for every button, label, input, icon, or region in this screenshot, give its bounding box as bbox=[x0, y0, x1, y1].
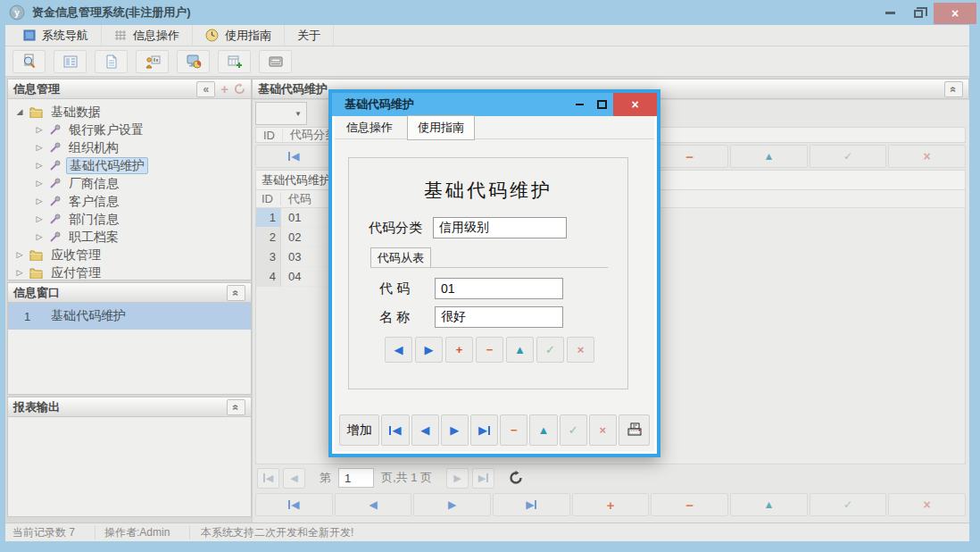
document-button[interactable] bbox=[95, 50, 128, 73]
tree-item-customer-info[interactable]: ▷ 客户信息 bbox=[8, 192, 251, 210]
tree-item-label: 组织机构 bbox=[66, 140, 121, 155]
tree-container: ◢ 基础数据 ▷ 银行账户设置 ▷ bbox=[7, 99, 252, 280]
edit-record-button[interactable]: ▲ bbox=[730, 493, 808, 516]
minus-icon: − bbox=[511, 423, 518, 437]
first-record-button[interactable]: ◀ bbox=[255, 145, 333, 168]
next-record-button[interactable]: ▶ bbox=[441, 414, 469, 446]
category-combobox[interactable]: ▼ bbox=[255, 102, 307, 125]
tree-collapsed-icon[interactable]: ▷ bbox=[35, 232, 44, 241]
monitor-button[interactable] bbox=[177, 50, 210, 73]
minimize-button[interactable] bbox=[876, 3, 903, 24]
open-window-item[interactable]: 1 基础代码维护 bbox=[8, 303, 251, 330]
tree-item-payables[interactable]: ▷ 应付管理 bbox=[8, 263, 251, 280]
refresh-icon[interactable] bbox=[509, 471, 523, 485]
tree-collapsed-icon[interactable]: ▷ bbox=[35, 197, 44, 205]
post-record-button[interactable]: ✓ bbox=[560, 414, 587, 446]
tab-info-ops[interactable]: 信息操作 bbox=[336, 116, 403, 139]
tree-collapsed-icon[interactable]: ▷ bbox=[35, 179, 44, 188]
tree-item-base-data[interactable]: ◢ 基础数据 bbox=[8, 103, 251, 121]
last-record-button[interactable]: ▶ bbox=[493, 493, 570, 516]
page-prev-button[interactable]: ◀ bbox=[283, 468, 305, 489]
delete-record-button[interactable]: − bbox=[651, 493, 728, 516]
table-add-button[interactable] bbox=[218, 50, 251, 73]
detail-col-id: ID bbox=[256, 192, 281, 205]
tree-item-vendor-info[interactable]: ▷ 厂商信息 bbox=[8, 174, 251, 192]
dialog-maximize-button[interactable] bbox=[591, 94, 613, 116]
prev-record-button[interactable]: ◀ bbox=[335, 493, 412, 516]
tool-icon bbox=[49, 124, 61, 136]
tab-user-guide[interactable]: 使用指南 bbox=[407, 115, 475, 140]
refresh-panel-icon[interactable] bbox=[234, 83, 245, 95]
cancel-record-button[interactable]: × bbox=[888, 493, 966, 516]
edit-record-button[interactable]: ▲ bbox=[730, 145, 808, 168]
tree-item-base-code-maintenance[interactable]: ▷ 基础代码维护 bbox=[8, 156, 251, 174]
collapse-up-button[interactable]: « bbox=[944, 81, 963, 97]
tree-collapsed-icon[interactable]: ▷ bbox=[35, 214, 44, 223]
first-record-button[interactable]: ◀ bbox=[255, 493, 333, 516]
print-preview-button[interactable] bbox=[12, 50, 46, 73]
page-last-button[interactable]: ▶ bbox=[472, 468, 494, 489]
tree-collapsed-icon[interactable]: ▷ bbox=[15, 250, 24, 259]
user-report-button[interactable] bbox=[136, 50, 169, 73]
tree-collapsed-icon[interactable]: ▷ bbox=[35, 143, 44, 152]
post-record-button[interactable]: ✓ bbox=[810, 493, 887, 516]
menu-user-guide[interactable]: 使用指南 bbox=[193, 25, 285, 46]
close-icon: × bbox=[631, 97, 638, 112]
tree-collapsed-icon[interactable]: ▷ bbox=[15, 268, 24, 277]
tree-item-employee-files[interactable]: ▷ 职工档案 bbox=[8, 228, 251, 246]
edit-record-button[interactable]: ▲ bbox=[529, 414, 557, 446]
tree-item-department-info[interactable]: ▷ 部门信息 bbox=[8, 210, 251, 228]
subtab-code-detail[interactable]: 代码从表 bbox=[370, 247, 431, 268]
dialog-minimize-button[interactable] bbox=[569, 94, 591, 116]
category-input[interactable] bbox=[433, 217, 567, 238]
insert-record-button[interactable]: + bbox=[445, 337, 473, 363]
tree-expanded-icon[interactable]: ◢ bbox=[15, 107, 24, 116]
tree-collapsed-icon[interactable]: ▷ bbox=[35, 125, 44, 134]
collapse-up-button[interactable]: « bbox=[227, 399, 245, 415]
minimize-icon bbox=[576, 104, 584, 105]
first-record-button[interactable]: ◀ bbox=[381, 414, 409, 446]
cardfile-button[interactable] bbox=[259, 50, 292, 73]
add-panel-icon[interactable]: + bbox=[220, 82, 228, 96]
insert-record-button[interactable]: + bbox=[572, 493, 650, 516]
post-record-button[interactable]: ✓ bbox=[536, 337, 564, 363]
cancel-record-button[interactable]: × bbox=[888, 145, 966, 168]
collapse-left-button[interactable]: « bbox=[196, 81, 215, 97]
minus-icon: − bbox=[685, 149, 693, 164]
page-first-button[interactable]: ◀ bbox=[257, 468, 279, 489]
collapse-up-button[interactable]: « bbox=[227, 285, 245, 301]
data-list-button[interactable] bbox=[54, 50, 87, 73]
code-field-row: 代 码 bbox=[379, 278, 563, 299]
tree-item-receivables[interactable]: ▷ 应收管理 bbox=[8, 246, 251, 263]
menu-info-ops[interactable]: 信息操作 bbox=[102, 25, 193, 46]
delete-record-button[interactable]: − bbox=[500, 414, 527, 446]
restore-button[interactable] bbox=[905, 3, 932, 24]
next-record-button[interactable]: ▶ bbox=[415, 337, 443, 363]
add-button[interactable]: 增加 bbox=[339, 414, 379, 446]
print-button[interactable] bbox=[619, 414, 650, 446]
info-management-panel: 信息管理 « + ◢ bbox=[7, 79, 252, 280]
prev-record-button[interactable]: ◀ bbox=[385, 337, 412, 363]
name-input[interactable] bbox=[435, 306, 563, 328]
close-button[interactable]: × bbox=[934, 3, 976, 24]
cancel-record-button[interactable]: × bbox=[567, 337, 594, 363]
tree-item-bank-account[interactable]: ▷ 银行账户设置 bbox=[8, 121, 251, 138]
delete-record-button[interactable]: − bbox=[476, 337, 503, 363]
last-record-button[interactable]: ▶ bbox=[470, 414, 498, 446]
next-icon: ▶ bbox=[425, 343, 434, 356]
dialog-close-button[interactable]: × bbox=[613, 93, 657, 116]
post-record-button[interactable]: ✓ bbox=[810, 145, 887, 168]
prev-record-button[interactable]: ◀ bbox=[411, 414, 439, 446]
page-number-input[interactable] bbox=[338, 468, 374, 488]
next-record-button[interactable]: ▶ bbox=[413, 493, 491, 516]
cancel-record-button[interactable]: × bbox=[589, 414, 617, 446]
code-input[interactable] bbox=[435, 278, 563, 299]
delete-record-button[interactable]: − bbox=[651, 145, 728, 168]
tree-item-organization[interactable]: ▷ 组织机构 bbox=[8, 138, 251, 156]
page-next-button[interactable]: ▶ bbox=[446, 468, 469, 489]
edit-record-button[interactable]: ▲ bbox=[506, 337, 534, 363]
menu-system-nav[interactable]: 系统导航 bbox=[11, 25, 102, 46]
menu-about[interactable]: 关于 bbox=[285, 25, 334, 46]
tree-collapsed-icon[interactable]: ▷ bbox=[35, 161, 44, 170]
chevron-down-icon: ▼ bbox=[295, 110, 302, 118]
